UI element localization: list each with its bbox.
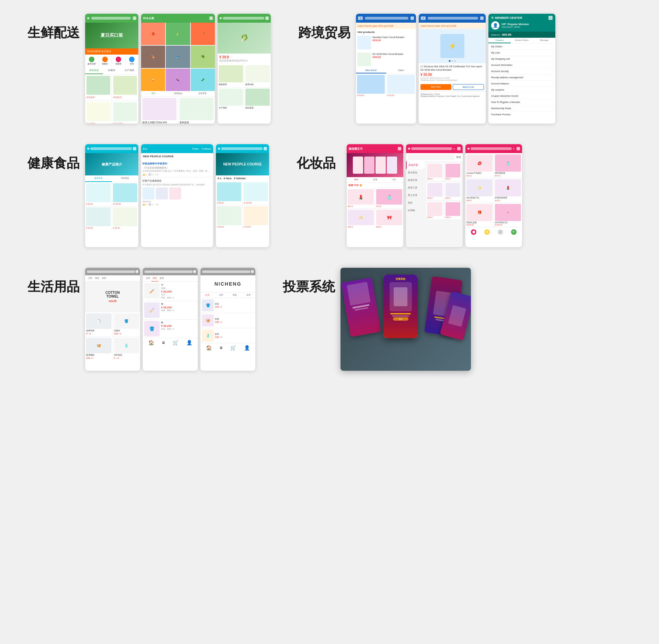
tab2[interactable]: 乳液 — [366, 177, 384, 182]
prod[interactable]: ¥59.9 — [444, 201, 462, 219]
menu-item-coupons[interactable]: My coupons › — [488, 87, 555, 93]
prod[interactable]: ¥ 79.00 — [243, 205, 269, 229]
buy-now-btn[interactable]: Buy Now — [420, 84, 451, 90]
cat-icon-3[interactable]: 优惠券 — [112, 55, 125, 67]
prod[interactable]: ¥ 35,00 — [386, 74, 416, 97]
menu-item-security[interactable]: Account security › — [488, 68, 555, 74]
prod[interactable]: ¥ 99.00 — [85, 182, 112, 206]
menu-item-coupon-record[interactable]: Coupon deduction record › — [488, 93, 555, 99]
prod[interactable]: 🎀 ¥35.9 — [375, 209, 403, 229]
product-cell[interactable]: ¥ 5.9/斤 — [85, 74, 112, 101]
prod[interactable]: 🎁 彩妆礼品套 ¥128.00 — [465, 203, 494, 227]
cart-icon[interactable]: 🛒 — [173, 340, 178, 345]
tab3[interactable]: 休闲零食 — [190, 91, 215, 96]
cat-item[interactable]: 香水彩妆 — [406, 169, 425, 176]
add-to-list-btn[interactable]: Add to List — [453, 84, 484, 90]
tab4[interactable]: 首单 — [242, 292, 255, 298]
product-cell[interactable]: ¥ 8.5/斤 — [112, 74, 138, 101]
category-icon[interactable]: ≡ — [162, 340, 165, 345]
tab-meat[interactable]: 肉禽类 — [103, 67, 121, 74]
cat-item[interactable]: 全球购 — [406, 207, 425, 214]
user-btn[interactable]: ✉ — [511, 229, 517, 235]
tab-sales[interactable]: Sales — [386, 68, 416, 73]
prod[interactable]: ¥ 199.00 — [243, 181, 269, 205]
cat-icon-4[interactable]: 分类 — [125, 55, 138, 67]
feed-item[interactable]: 护肤产品体验报告 作为普通人我们也可以用比较少的钱购买到好的护肤产品。你知道哦！… — [141, 178, 213, 207]
prod[interactable]: 🧺 眼罩睡眠 选规 +⊕ — [85, 337, 113, 361]
prod[interactable]: 🧴 精华液套装 ¥79.9 — [494, 153, 522, 178]
cart-icon[interactable] — [411, 16, 414, 20]
cat-icon-2[interactable]: 购物车 — [99, 55, 112, 67]
prod[interactable]: 💄 护肤美容推荐 ¥35.9 — [494, 178, 522, 203]
prod[interactable]: ¥ 56.00 — [216, 205, 242, 229]
product-cell[interactable]: ¥ 12.0/斤 — [112, 101, 138, 124]
cart-icon[interactable] — [548, 16, 553, 20]
prod[interactable]: ¥49.0 — [426, 182, 443, 200]
menu-item-cart[interactable]: My Shopping cart › — [488, 56, 555, 62]
like-btn[interactable]: 👍 0 — [142, 203, 147, 206]
tab1[interactable]: 会员 — [200, 292, 214, 298]
nav-cart[interactable] — [265, 16, 269, 20]
tab-seafood[interactable]: 水产海鲜 — [120, 67, 138, 74]
nav-search[interactable] — [91, 17, 131, 20]
prod2[interactable]: 新鲜蔬菜 麦克斯蔬菜...¥ 4.8 — [178, 96, 215, 124]
tab1[interactable]: 精华 — [347, 177, 366, 182]
prod-item[interactable]: 🪥 今 选择 ¥ 28,000 送达 快递 选规 +⊕ — [143, 282, 198, 301]
menu-item-register[interactable]: How To Register a Member › — [488, 99, 555, 105]
search-bar[interactable] — [365, 17, 408, 20]
menu-item-lists[interactable]: My Lists › — [488, 50, 555, 56]
tab3[interactable]: 口红 — [384, 177, 403, 182]
prod[interactable]: ✨ MAC彩妆产品 ¥49.0 — [465, 178, 494, 203]
search-input[interactable] — [408, 154, 455, 160]
star-btn[interactable]: ★ — [484, 229, 490, 235]
cart-btn[interactable]: 🛒 — [498, 229, 503, 235]
prod[interactable]: ¥ 128.00 — [112, 182, 138, 206]
tab3[interactable]: 促销 — [158, 275, 165, 281]
home-icon[interactable]: 🏠 — [148, 340, 154, 345]
home-btn[interactable]: ⬤ — [471, 229, 476, 235]
menu-icon[interactable]: ☰ — [358, 16, 363, 20]
prod[interactable]: 🧴 洗护套装 ¥ + ⊕ — [113, 337, 140, 361]
menu-item-rules[interactable]: Membership Rules › — [488, 105, 555, 112]
cat-item[interactable]: 美发护发 — [406, 176, 425, 184]
prod[interactable]: ¥35.9 — [444, 182, 462, 200]
cat-item[interactable]: 美妆护肤 — [406, 161, 425, 169]
card3[interactable]: 水产海鲜 — [218, 88, 244, 111]
cat-item[interactable]: 美容 — [406, 199, 425, 207]
prod[interactable]: ¥ 68.00 — [85, 206, 112, 230]
cat-item[interactable]: 美容工具 — [406, 184, 425, 192]
menu-item-orders[interactable]: My Orders › — [488, 44, 555, 50]
tab-orders[interactable]: Recent Orders — [511, 38, 533, 43]
prod[interactable]: ¥63.5 — [426, 163, 443, 181]
prod[interactable]: 🧻 蓝莓纯棉 ¥+ ⊕ — [85, 312, 113, 336]
like-btn[interactable]: 👍 0 — [142, 173, 147, 176]
prod[interactable]: 🪣 洗碗布 选规 +⊕ — [113, 312, 140, 336]
prod[interactable]: ✨ ¥49.0 — [347, 209, 375, 229]
tab2[interactable]: 精选 — [94, 275, 101, 281]
prod-item[interactable]: 🪣 快 ¥ 28,000 快递 选规 +⊕ — [143, 320, 198, 338]
menu-item-balance[interactable]: Account balance › — [488, 81, 555, 87]
cart-icon[interactable] — [480, 16, 484, 20]
prod-row[interactable]: 🧴 首单 选规 +⊕ — [200, 328, 255, 343]
user-icon[interactable]: 👤 — [186, 340, 192, 345]
prod[interactable]: 💋 mediate产品推介 ¥63.5 — [465, 153, 494, 178]
share-btn[interactable]: ↗ 0 — [155, 203, 158, 206]
card4[interactable]: 精品果蔬 — [244, 88, 271, 111]
nav-cart[interactable] — [133, 16, 136, 20]
search-bar[interactable] — [428, 17, 478, 20]
tab-coupons[interactable]: Coupons — [488, 38, 511, 43]
prod[interactable]: ¥48.0 — [426, 201, 443, 219]
prod[interactable]: ¥ 89.00 — [216, 181, 242, 205]
tab3[interactable]: 精选 — [228, 292, 242, 298]
tab-new[interactable]: New arrive — [356, 68, 386, 73]
prod[interactable]: ¥79.9 — [444, 163, 462, 181]
tab1[interactable]: 蛋类 — [141, 91, 166, 96]
cat-icon-1[interactable]: 超市生鲜 — [85, 55, 98, 67]
menu-item-address[interactable]: Receipt address management › — [488, 74, 555, 81]
prod[interactable]: 💄 ¥63.5 — [347, 188, 375, 208]
product-item[interactable]: Moulded Case Circuit Breaker ¥29.00 — [356, 34, 416, 51]
cart-icon[interactable] — [209, 16, 213, 20]
tab3[interactable]: 促销 — [101, 275, 107, 281]
home-icon[interactable]: 🏠 — [206, 345, 212, 350]
cart-icon[interactable]: 🛒 — [230, 345, 236, 350]
